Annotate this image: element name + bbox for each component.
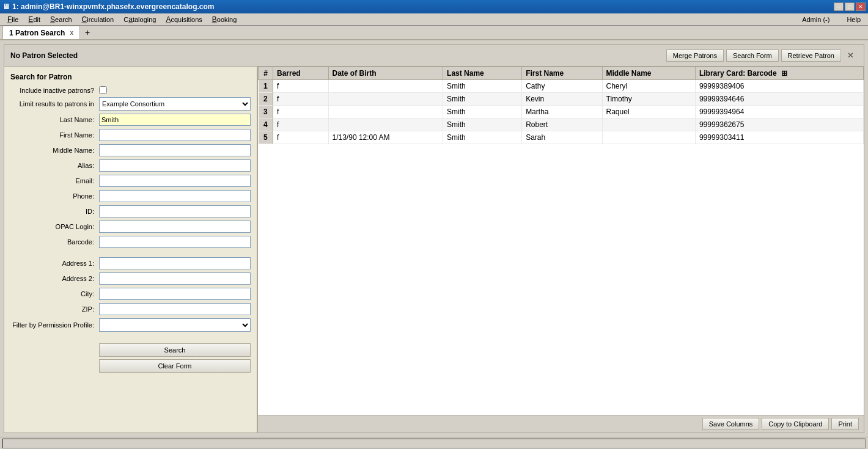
phone-input[interactable]	[99, 190, 251, 202]
cell-barcode: 99999394646	[695, 93, 863, 106]
patron-panel: No Patron Selected Merge Patrons Search …	[4, 44, 864, 433]
include-inactive-checkbox[interactable]	[99, 86, 107, 94]
include-inactive-row: Include inactive patrons?	[10, 86, 251, 94]
col-last-name: Last Name	[443, 67, 522, 80]
col-barcode: Library Card: Barcode ⊞	[695, 67, 863, 80]
table-row[interactable]: 4 f Smith Robert 99999362675	[259, 119, 864, 131]
address2-label: Address 2:	[10, 275, 99, 282]
cell-middle-name: Timothy	[602, 93, 695, 106]
email-row: Email:	[10, 175, 251, 187]
barcode-input[interactable]	[99, 236, 251, 248]
retrieve-patron-button[interactable]: Retrieve Patron	[781, 49, 841, 62]
table-row[interactable]: 1 f Smith Cathy Cheryl 99999389406	[259, 80, 864, 93]
tab-patron-search[interactable]: 1 Patron Search x	[2, 26, 80, 39]
table-row[interactable]: 3 f Smith Martha Raquel 99999394964	[259, 106, 864, 119]
address2-row: Address 2:	[10, 272, 251, 285]
last-name-label: Last Name:	[10, 116, 99, 123]
tab-patron-search-label: 1 Patron Search	[9, 29, 65, 37]
opac-login-input[interactable]	[99, 221, 251, 233]
first-name-input[interactable]	[99, 129, 251, 141]
patron-status-label: No Patron Selected	[10, 51, 78, 60]
cell-barcode: 99999303411	[695, 131, 863, 144]
menu-bar: File Edit Search Circulation Cataloging …	[0, 13, 868, 26]
menu-circulation[interactable]: Circulation	[77, 14, 119, 25]
cell-middle-name: Cheryl	[602, 80, 695, 93]
menu-admin[interactable]: Admin (-)	[797, 15, 834, 24]
alias-input[interactable]	[99, 159, 251, 172]
col-num: #	[259, 67, 273, 80]
search-form-title: Search for Patron	[10, 73, 251, 81]
merge-patrons-button[interactable]: Merge Patrons	[666, 49, 724, 62]
zip-label: ZIP:	[10, 305, 99, 313]
barcode-label: Barcode:	[10, 238, 99, 246]
table-header-row: # Barred Date of Birth Last Name First N…	[259, 67, 864, 80]
cell-barred: f	[273, 131, 329, 144]
menu-booking[interactable]: Booking	[207, 14, 241, 25]
cell-last-name: Smith	[443, 119, 522, 131]
status-main	[2, 439, 866, 448]
search-form-button[interactable]: Search Form	[726, 49, 779, 62]
maximize-button[interactable]: □	[845, 2, 855, 11]
address2-input[interactable]	[99, 272, 251, 285]
email-input[interactable]	[99, 175, 251, 187]
print-button[interactable]: Print	[831, 418, 859, 430]
middle-name-input[interactable]	[99, 144, 251, 156]
col-barred: Barred	[273, 67, 329, 80]
menu-help[interactable]: Help	[842, 15, 866, 24]
id-label: ID:	[10, 208, 99, 215]
results-panel: # Barred Date of Birth Last Name First N…	[258, 67, 864, 433]
clear-form-button[interactable]: Clear Form	[99, 359, 251, 373]
menu-file[interactable]: File	[2, 14, 23, 25]
cell-num: 4	[259, 119, 273, 131]
cell-last-name: Smith	[443, 80, 522, 93]
tab-close-icon[interactable]: x	[70, 29, 73, 36]
tab-add-button[interactable]: +	[80, 26, 95, 39]
panel-close-icon[interactable]: ✕	[844, 49, 858, 62]
first-name-label: First Name:	[10, 131, 99, 139]
patron-body: Search for Patron Include inactive patro…	[4, 67, 864, 433]
filter-profile-row: Filter by Permission Profile:	[10, 318, 251, 332]
app-icon: 🖥	[2, 2, 10, 11]
menu-search[interactable]: Search	[45, 14, 77, 25]
results-footer: Save Columns Copy to Clipboard Print	[258, 415, 864, 433]
col-dob: Date of Birth	[328, 67, 443, 80]
copy-to-clipboard-button[interactable]: Copy to Clipboard	[762, 418, 829, 430]
last-name-input[interactable]	[99, 114, 251, 126]
cell-barcode: 99999389406	[695, 80, 863, 93]
cell-last-name: Smith	[443, 131, 522, 144]
table-row[interactable]: 5 f 1/13/90 12:00 AM Smith Sarah 9999930…	[259, 131, 864, 144]
table-row[interactable]: 2 f Smith Kevin Timothy 99999394646	[259, 93, 864, 106]
cell-dob	[328, 80, 443, 93]
close-window-button[interactable]: ✕	[856, 2, 866, 11]
id-row: ID:	[10, 205, 251, 217]
barcode-row: Barcode:	[10, 236, 251, 248]
col-expand-icon[interactable]: ⊞	[781, 69, 787, 78]
cell-barred: f	[273, 80, 329, 93]
consortium-select[interactable]: Example Consortium	[99, 97, 251, 111]
id-input[interactable]	[99, 205, 251, 217]
zip-input[interactable]	[99, 303, 251, 315]
opac-login-row: OPAC Login:	[10, 221, 251, 233]
cell-first-name: Sarah	[522, 131, 602, 144]
main-content: No Patron Selected Merge Patrons Search …	[0, 40, 868, 437]
cell-first-name: Cathy	[522, 80, 602, 93]
filter-profile-select[interactable]	[99, 318, 251, 332]
minimize-button[interactable]: ─	[834, 2, 844, 11]
search-button[interactable]: Search	[99, 343, 251, 357]
results-table: # Barred Date of Birth Last Name First N…	[258, 67, 864, 144]
cell-dob	[328, 93, 443, 106]
city-input[interactable]	[99, 288, 251, 300]
col-first-name: First Name	[522, 67, 602, 80]
cell-num: 5	[259, 131, 273, 144]
menu-acquisitions[interactable]: Acquisitions	[161, 14, 207, 25]
cell-first-name: Robert	[522, 119, 602, 131]
menu-cataloging[interactable]: Cataloging	[119, 14, 161, 25]
save-columns-button[interactable]: Save Columns	[702, 418, 760, 430]
zip-row: ZIP:	[10, 303, 251, 315]
cell-barcode: 99999394964	[695, 106, 863, 119]
city-row: City:	[10, 288, 251, 300]
city-label: City:	[10, 290, 99, 298]
menu-edit[interactable]: Edit	[23, 14, 45, 25]
address1-input[interactable]	[99, 257, 251, 269]
form-buttons: Search Clear Form	[10, 343, 251, 373]
